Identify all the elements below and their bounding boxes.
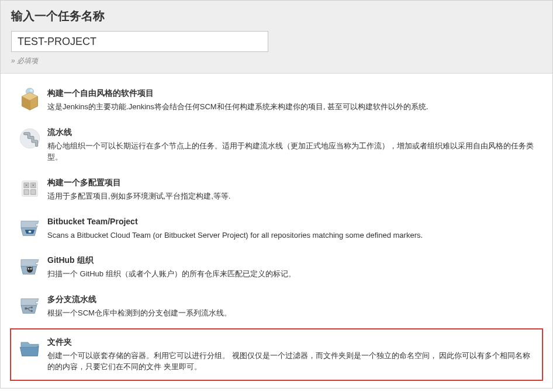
item-desc: 扫描一个 GitHub 组织（或者个人账户）的所有仓库来匹配已定义的标记。 [47, 268, 542, 280]
item-title: GitHub 组织 [47, 255, 542, 265]
github-icon [18, 255, 42, 278]
item-folder[interactable]: 文件夹 创建一个可以嵌套存储的容器。利用它可以进行分组。 视图仅仅是一个过滤器，… [11, 329, 542, 380]
item-github-org[interactable]: GitHub 组织 扫描一个 GitHub 组织（或者个人账户）的所有仓库来匹配… [1, 248, 552, 287]
item-title: 构建一个自由风格的软件项目 [47, 88, 542, 98]
item-title: 流水线 [47, 127, 542, 137]
page-title: 输入一个任务名称 [11, 8, 542, 24]
svg-point-14 [31, 310, 33, 311]
svg-point-13 [31, 307, 33, 308]
item-multibranch-pipeline[interactable]: 多分支流水线 根据一个SCM仓库中检测到的分支创建一系列流水线。 [1, 287, 552, 326]
item-title: 构建一个多配置项目 [47, 177, 542, 188]
item-desc: 精心地组织一个可以长期运行在多个节点上的任务。适用于构建流水线（更加正式地应当称… [47, 140, 542, 163]
svg-point-9 [27, 267, 33, 273]
svg-point-8 [29, 231, 32, 233]
freestyle-project-icon [18, 88, 42, 111]
pipeline-icon [18, 127, 42, 150]
selected-indicator: 文件夹 创建一个可以嵌套存储的容器。利用它可以进行分组。 视图仅仅是一个过滤器，… [10, 328, 543, 381]
folder-icon [18, 337, 42, 360]
bitbucket-icon [18, 216, 42, 240]
item-title: 文件夹 [47, 337, 537, 347]
required-note: » 必填项 [11, 56, 542, 66]
item-bitbucket[interactable]: Bitbucket Team/Project Scans a Bitbucket… [1, 209, 552, 248]
item-desc: 创建一个可以嵌套存储的容器。利用它可以进行分组。 视图仅仅是一个过滤器，而文件夹… [47, 350, 537, 373]
multibranch-pipeline-icon [18, 294, 42, 317]
svg-rect-6 [24, 190, 29, 195]
svg-point-11 [30, 268, 32, 269]
svg-point-1 [30, 89, 33, 92]
item-title: Bitbucket Team/Project [47, 216, 542, 227]
item-desc: Scans a Bitbucket Cloud Team (or Bitbuck… [47, 230, 542, 241]
item-pipeline[interactable]: 流水线 精心地组织一个可以长期运行在多个节点上的任务。适用于构建流水线（更加正式… [1, 120, 552, 170]
item-multi-config[interactable]: 构建一个多配置项目 适用于多配置项目,例如多环境测试,平台指定构建,等等. [1, 170, 552, 209]
item-name-input[interactable] [11, 31, 268, 52]
header-section: 输入一个任务名称 » 必填项 [1, 1, 552, 74]
item-desc: 适用于多配置项目,例如多环境测试,平台指定构建,等等. [47, 190, 542, 202]
svg-rect-7 [31, 190, 36, 195]
svg-point-10 [28, 268, 29, 269]
item-desc: 这是Jenkins的主要功能.Jenkins将会结合任何SCM和任何构建系统来构… [47, 101, 542, 113]
svg-point-12 [25, 307, 27, 310]
item-title: 多分支流水线 [47, 294, 542, 304]
item-freestyle-project[interactable]: 构建一个自由风格的软件项目 这是Jenkins的主要功能.Jenkins将会结合… [1, 81, 552, 120]
item-desc: 根据一个SCM仓库中检测到的分支创建一系列流水线。 [47, 307, 542, 319]
item-type-list: 构建一个自由风格的软件项目 这是Jenkins的主要功能.Jenkins将会结合… [1, 74, 552, 388]
multi-config-icon [18, 177, 42, 200]
